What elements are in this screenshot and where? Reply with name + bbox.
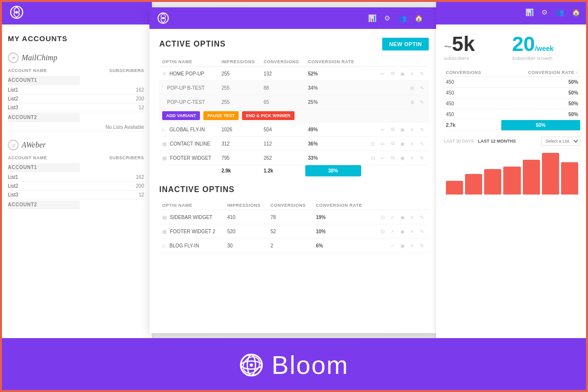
col-actions [361,57,429,67]
mc-list2-subs: 200 [80,95,144,103]
fw-set-icon[interactable]: ✎ [418,154,426,162]
mailchimp-logo: ✉ MailChimp [8,52,144,63]
mailchimp-icon: ✉ [8,52,19,63]
users-nav-icon[interactable]: 👥 [398,14,407,22]
list-item: 450 50% [444,88,580,98]
settings2-icon[interactable]: ⊞ [408,98,416,106]
in-col-impressions: IMPRESSIONS [224,201,268,210]
inline-action-icons: ⊡ ⇐ ⧉ ◉ ≡ ✎ [364,140,426,147]
bar-chart-bar [542,153,559,195]
flyin-actions: ⇐ ⧉ ◉ ≡ ✎ [361,122,429,137]
col-impressions: IMPRESSIONS [219,57,261,67]
bar-chart-bar [465,174,482,195]
center-body: ACTIVE OPTINS NEW OPTIN OPTIN NAME IMPRE… [149,29,439,262]
fw2-check-icon[interactable]: ⊡ [379,227,387,235]
aw-col-account: ACCOUNT NAME [8,153,80,162]
bf-tick-icon[interactable]: ✓ [389,242,396,249]
fw2-rate: 10% [313,224,370,239]
table-row: POP-UP B-TEST 255 88 34% ⊞ ✎ [159,81,429,95]
add-variant-button[interactable]: ADD VARIANT [162,111,200,120]
home-nav-icon[interactable]: 🏠 [415,14,423,22]
left-panel: MY ACCOUNTS ✉ MailChimp ACCOUNT NAME SUB… [0,0,152,338]
pause-test-button[interactable]: PAUSE TEST [203,111,239,120]
sw-tick-icon[interactable]: ✓ [389,213,396,221]
fw-stat-icon[interactable]: ◉ [398,154,406,162]
settings-nav-icon[interactable]: ⚙ [384,14,391,22]
fa-edit-icon[interactable]: ✎ [418,125,426,133]
bf-prev-icon[interactable]: ◉ [398,242,406,249]
edit-icon[interactable]: ✎ [418,70,426,77]
center-topbar: 📊 ⚙ 👥 🏠 [149,7,439,29]
share-icon[interactable]: ⇐ [379,70,387,77]
optin-name-cell: ✕ HOME POP-UP [159,67,219,81]
variant-c-impressions: 255 [219,95,261,109]
bloom-logo-icon [10,5,24,19]
stats-total-row: 2.7k 50% [444,120,580,131]
in-set-icon[interactable]: ✎ [418,140,426,147]
aweber-section: ◎ AWeber ACCOUNT NAME SUBSCRIBERS ACCOUN… [8,140,144,210]
fw2-stat-icon[interactable]: ≡ [408,227,416,235]
svg-point-1 [15,11,18,13]
subscribers-value: 5k [452,32,475,55]
list-item: 450 50% [444,98,580,109]
r-settings-icon[interactable]: ⚙ [541,8,548,16]
fa-stat-icon[interactable]: ≡ [408,125,416,133]
sw-edit-icon[interactable]: ✎ [418,213,426,221]
fa-share-icon[interactable]: ⇐ [379,125,387,133]
aw-account1-label: ACCOUNT1 [8,163,80,172]
bf-stat-icon[interactable]: ≡ [408,242,416,249]
r-home-icon[interactable]: 🏠 [572,8,580,16]
end-pick-button[interactable]: END & PICK WINNER [242,111,294,120]
in-prev-icon[interactable]: ⧉ [389,140,396,147]
last-12-months-filter[interactable]: LAST 12 MONTHS [478,139,516,144]
inactive-optins-table: OPTIN NAME IMPRESSIONS CONVERSIONS CONVE… [159,201,429,253]
r-chart-icon[interactable]: 📊 [525,8,534,16]
bar-chart-bar [446,181,463,195]
aw-list1-name: List1 [8,173,80,182]
fw-share-icon[interactable]: ⊡ [369,154,377,162]
fw2-tick-icon[interactable]: ✓ [389,227,396,235]
new-optin-button[interactable]: NEW OPTIN [382,38,429,50]
fw-dup-icon[interactable]: ⇐ [379,154,387,162]
in-stat-icon[interactable]: ◉ [398,140,406,147]
fa-prev-icon[interactable]: ◉ [398,125,406,133]
table-row: ✕ HOME POP-UP 255 132 52% ⇐ ⧉ ◉ ≡ [159,67,429,81]
table-row: ▦ CONTACT INLINE 312 112 36% ⊡ ⇐ ⧉ ◉ [159,137,429,151]
variant-b-conversions: 88 [261,81,305,95]
col-subscribers-header: SUBSCRIBERS [80,66,144,75]
mc-no-lists: No Lists Available [8,123,144,132]
preview-icon[interactable]: ◉ [398,70,406,77]
subscribers-num: ~5k [444,32,512,56]
stats-icon[interactable]: ≡ [408,70,416,77]
settings-icon[interactable]: ⊞ [408,84,416,92]
in-col-conversions: CONVERSIONS [268,201,313,210]
edit2-icon[interactable]: ✎ [418,98,426,106]
r-rate-3: 50% [501,98,580,109]
sw-prev-icon[interactable]: ◉ [398,213,406,221]
fw-prev-icon[interactable]: ⧉ [389,154,396,162]
fw2-prev-icon[interactable]: ◉ [398,227,406,235]
last-30-days-filter[interactable]: LAST 30 DAYS [444,139,474,144]
duplicate-icon[interactable]: ⧉ [389,70,396,77]
in-dup-icon[interactable]: ⇐ [379,140,387,147]
optin-impressions-cell: 255 [219,67,261,81]
col-rate: CONVERSION RATE [305,57,362,67]
flyin-action-icons: ⇐ ⧉ ◉ ≡ ✎ [364,125,426,133]
chart-nav-icon[interactable]: 📊 [368,14,376,22]
fw2-edit-icon[interactable]: ✎ [418,227,426,235]
variant-b-name: POP-UP B-TEST [159,81,219,95]
sw-stat-icon[interactable]: ≡ [408,213,416,221]
list-select[interactable]: Select a List [541,137,580,146]
mc-account2-label: ACCOUNT2 [8,113,80,122]
fw-edit-icon[interactable]: ≡ [408,154,416,162]
in-edit-icon[interactable]: ≡ [408,140,416,147]
in-share-icon[interactable]: ⊡ [369,140,377,147]
gear-icon[interactable]: ✎ [418,84,426,92]
r-conv-4: 450 [444,109,501,120]
fa-dup-icon[interactable]: ⧉ [389,125,396,133]
sw-check-icon[interactable]: ⊡ [379,213,387,221]
bf-edit-icon[interactable]: ✎ [418,242,426,249]
r-total-conv: 2.7k [444,120,501,131]
bf-conversions: 2 [268,239,313,253]
r-users-icon[interactable]: 👥 [556,8,564,16]
